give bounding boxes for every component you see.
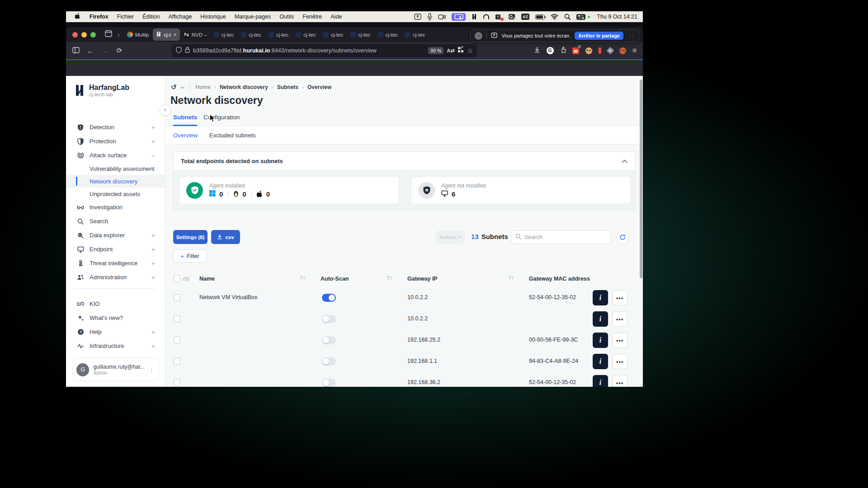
select-all-checkbox[interactable]: [174, 275, 180, 282]
extensions-grid-icon[interactable]: [458, 47, 464, 55]
extension-grid-badge-icon[interactable]: 2: [572, 47, 579, 54]
sort-icon[interactable]: [300, 275, 306, 282]
sidebar-item-detection[interactable]: Detection+: [66, 120, 165, 134]
refresh-button[interactable]: [616, 230, 629, 244]
sidebar-item-administration[interactable]: Administration+: [66, 270, 165, 284]
sidebar-item-endpoint[interactable]: Endpoint+: [66, 242, 165, 256]
microphone-icon[interactable]: [427, 13, 432, 20]
expand-icon[interactable]: +: [151, 138, 155, 145]
browser-tab[interactable]: cj-tec: [375, 28, 401, 41]
camera-icon[interactable]: [438, 14, 446, 19]
sidebar-item-whats-new[interactable]: What's new?: [66, 311, 165, 325]
settings-button[interactable]: Settings (8): [173, 230, 208, 244]
recorder-icon[interactable]: [508, 14, 515, 20]
input-source-badge[interactable]: AZ: [521, 14, 529, 20]
sidebar-item-data-explorer[interactable]: Data explorer+: [66, 228, 165, 242]
row-checkbox[interactable]: [174, 358, 180, 365]
collapse-icon[interactable]: –: [151, 152, 155, 159]
menu-outils[interactable]: Outils: [279, 14, 294, 20]
forward-button[interactable]: →: [99, 47, 110, 55]
sort-icon[interactable]: [508, 275, 514, 282]
sharing-drag-handle[interactable]: ⋮⋮: [627, 33, 635, 38]
sidebar-item-investigation[interactable]: Investigation: [66, 200, 165, 214]
minimize-window-button[interactable]: [81, 32, 87, 38]
profile-g-icon[interactable]: G: [547, 47, 554, 54]
subtab-overview[interactable]: Overview: [173, 132, 198, 139]
auto-scan-toggle[interactable]: [322, 336, 336, 344]
headset-warning-icon[interactable]: [483, 14, 490, 20]
menu-fichier[interactable]: Fichier: [117, 14, 134, 20]
back-button[interactable]: ←: [85, 47, 96, 55]
browser-tab[interactable]: cj-tec: [320, 28, 346, 41]
page-scrollbar[interactable]: [640, 80, 642, 278]
tab-scroll-left-icon[interactable]: ‹: [118, 31, 120, 38]
expand-icon[interactable]: +: [151, 232, 155, 239]
browser-tab[interactable]: cj-tec: [265, 28, 292, 41]
subtab-excluded-subnets[interactable]: Excluded subnets: [209, 132, 256, 139]
lock-icon[interactable]: [185, 47, 190, 55]
info-button[interactable]: i: [593, 375, 608, 387]
teams-icon[interactable]: T: [495, 14, 502, 20]
menu-edition[interactable]: Édition: [142, 14, 160, 20]
breadcrumb-home[interactable]: Home: [196, 84, 211, 90]
control-center-icon[interactable]: [576, 14, 585, 20]
translate-icon[interactable]: A⇄: [447, 48, 454, 54]
browser-tab[interactable]: Multip: [124, 28, 152, 41]
filter-button[interactable]: +Filter: [173, 249, 207, 263]
extension-icon[interactable]: [560, 47, 566, 55]
auto-scan-toggle[interactable]: [322, 294, 336, 302]
browser-tab[interactable]: cj-tec: [347, 28, 373, 41]
menu-bar-clock[interactable]: Thu 9 Oct 14:21: [597, 14, 637, 20]
url-bar[interactable]: b3589ad2cd9a7fbd.hurukai.io:8443/network…: [172, 44, 477, 57]
stop-sharing-button[interactable]: Arrêter le partage: [575, 32, 623, 40]
row-checkbox[interactable]: [174, 379, 180, 386]
expand-icon[interactable]: +: [151, 274, 155, 281]
user-card[interactable]: G guillaume.ruty@har... Admin ⋮: [72, 358, 159, 381]
more-actions-button[interactable]: •••: [612, 375, 627, 387]
battery-icon[interactable]: [535, 14, 545, 19]
tab-subnets[interactable]: Subnets: [173, 114, 197, 126]
auto-scan-toggle[interactable]: [322, 357, 336, 366]
reload-button[interactable]: ⟳: [114, 47, 125, 55]
sidebar-toggle-icon[interactable]: [105, 30, 112, 39]
sidebar-item-unprotected-assets[interactable]: Unprotected assets: [66, 188, 165, 200]
crab-extension-icon[interactable]: [619, 47, 626, 54]
info-button[interactable]: i: [593, 354, 608, 369]
tab-close-icon[interactable]: ×: [174, 32, 177, 38]
sidebar-item-infrastructure[interactable]: Infrastructure+: [66, 339, 165, 353]
expand-icon[interactable]: +: [151, 328, 155, 336]
avatar-extension-icon[interactable]: [585, 47, 592, 54]
browser-tab-active[interactable]: cj-t×: [153, 28, 179, 41]
panel-toggle-icon[interactable]: [71, 47, 81, 55]
more-actions-button[interactable]: •••: [612, 311, 627, 327]
expand-icon[interactable]: +: [151, 260, 155, 267]
screen-share-icon[interactable]: [452, 13, 466, 21]
user-menu-icon[interactable]: ⋮: [149, 366, 155, 373]
browser-tab[interactable]: cj-tec: [211, 28, 237, 41]
chevron-down-icon[interactable]: [180, 84, 184, 90]
info-button[interactable]: i: [593, 290, 608, 305]
sharing-minimize-button[interactable]: –: [475, 32, 482, 40]
download-icon[interactable]: [534, 47, 540, 55]
breadcrumb-overview[interactable]: Overview: [307, 84, 331, 90]
sidebar-item-protection[interactable]: Protection+: [66, 134, 165, 148]
sidebar-item-search[interactable]: Search: [66, 214, 165, 228]
row-checkbox[interactable]: [174, 294, 180, 301]
zoom-window-button[interactable]: [90, 32, 96, 38]
info-button[interactable]: i: [593, 311, 608, 327]
column-gateway-mac[interactable]: Gateway MAC address: [529, 276, 590, 282]
column-auto-scan[interactable]: Auto-Scan: [321, 276, 349, 282]
auto-scan-toggle[interactable]: [322, 379, 336, 387]
auto-scan-toggle[interactable]: [322, 315, 336, 323]
expand-icon[interactable]: +: [151, 343, 155, 350]
sort-icon[interactable]: [387, 275, 393, 282]
info-button[interactable]: i: [593, 333, 608, 348]
sidebar-item-help[interactable]: ?Help+: [66, 325, 165, 339]
more-actions-button[interactable]: •••: [612, 333, 627, 348]
harfanglab-menubar-icon[interactable]: [472, 14, 477, 20]
menu-aide[interactable]: Aide: [330, 14, 342, 20]
breadcrumb-subnets[interactable]: Subnets: [277, 84, 298, 90]
row-checkbox[interactable]: [174, 337, 180, 343]
row-checkbox[interactable]: [174, 315, 180, 322]
csv-export-button[interactable]: csv: [211, 230, 240, 244]
